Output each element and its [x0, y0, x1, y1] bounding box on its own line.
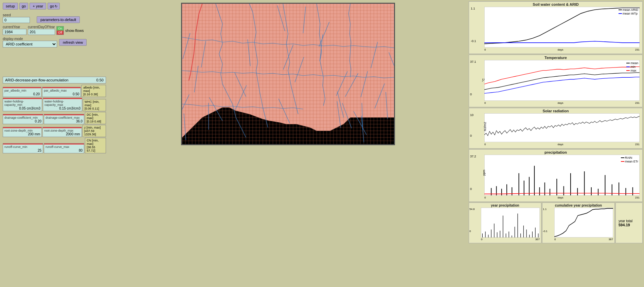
cn-max-value: 80	[46, 149, 83, 152]
solar-svg	[484, 113, 640, 142]
solar-y-max: 10	[470, 113, 473, 117]
arid-decrease-value: 0.50	[96, 78, 104, 82]
param-row-whc: water-holding-capacity_min 0.05 cm3/cm3 …	[3, 98, 106, 111]
temperature-title: Temperature	[469, 55, 642, 60]
seed-input[interactable]	[3, 17, 30, 23]
whc-range-label: WHC [min, max]	[85, 100, 104, 107]
max-legend-color	[626, 70, 630, 71]
year-precip-x-0: 0	[481, 238, 482, 241]
solar-y-label: MJ/m2	[483, 122, 487, 131]
par-albedo-max-label: par_albedo_max	[44, 89, 79, 92]
z-max-cell: root-zone-depth_max 2000 mm	[42, 127, 82, 137]
min-legend-color	[626, 66, 630, 67]
whc-min-label: water-holding-capacity_min	[4, 100, 40, 107]
precip-legend: RAIN mean ETr	[621, 156, 638, 163]
temperature-chart: Temperature 37.1 °C 0 mean	[469, 55, 643, 107]
refresh-icon: ↻	[55, 4, 57, 8]
z-min-value: 200 mm	[4, 132, 40, 136]
solar-y-min: 0	[470, 134, 472, 137]
display-mode-select[interactable]: ARID coefficient	[3, 41, 57, 47]
whc-min-cell: water-holding-capacity_min 0.05 cm3/cm3	[3, 98, 42, 111]
cum-precip-x-max: 367	[609, 238, 613, 241]
precipitation-chart: precipitation 37.2 ppm 0	[469, 149, 643, 202]
z-max-value: 2000 mm	[44, 132, 80, 136]
display-mode-row: display-mode ARID coefficient refresh vi…	[3, 37, 106, 47]
solar-title: Solar radiation	[469, 108, 642, 113]
year-precip-y-min: 0	[469, 230, 471, 233]
map-container	[181, 3, 395, 145]
cum-precip-svg	[554, 208, 613, 237]
current-day-label: currentDayOfYear	[28, 25, 55, 29]
cn-min-value: 25	[4, 149, 41, 152]
setup-button[interactable]: setup	[3, 3, 18, 9]
go2-button[interactable]: go ↻	[48, 3, 60, 9]
cum-precip-y-min: -0.1	[543, 230, 548, 233]
year-button[interactable]: + year	[30, 3, 46, 9]
arid-legend-label: mean ARID	[623, 8, 638, 12]
etr-legend-label: mean ETr	[625, 160, 638, 163]
svg-rect-2	[484, 113, 640, 142]
albedo-range-cell: albedo [min, max] [0.16 0.38]	[82, 85, 106, 97]
solar-chart: Solar radiation 10 MJ/m2 0 0 days 231	[469, 108, 643, 149]
right-panel: Soil water content & ARID 1.1 -0.1 mean …	[467, 0, 644, 287]
z-max-label: root-zone-depth_max	[44, 129, 80, 132]
precip-x-max: 231	[635, 196, 640, 199]
cum-precip-x-0: 0	[554, 238, 556, 241]
dc-min-cell: drainage-coefficient_min 0.20	[3, 114, 43, 124]
param-row-albedo: par_albedo_min 0.20 par_albedo_max 0.50 …	[3, 85, 106, 97]
temp-x-max: 231	[635, 101, 640, 104]
year-total-box: year total 594.19	[615, 203, 643, 243]
current-day-value: 201	[28, 29, 55, 35]
precip-days-label: days	[558, 196, 564, 199]
legend-wtp: mean WTp	[619, 12, 638, 15]
albedo-range-label: albedo [min, max]	[83, 86, 104, 93]
top-controls: setup go + year go ↻	[3, 3, 106, 9]
rain-legend-color	[621, 157, 624, 158]
precip-title: precipitation	[469, 150, 642, 155]
whc-max-value: 0.15 cm3/cm3	[44, 107, 80, 110]
dc-range-label: DC [min, max]	[87, 113, 104, 120]
cum-precip-title: cumulative year precipitation	[542, 203, 614, 208]
albedo-range-value: [0.16 0.38]	[83, 93, 104, 96]
cn-min-cell: runoff-curve_min 25	[3, 143, 43, 153]
legend-etr: mean ETr	[621, 160, 638, 163]
dc-max-value: 36.0	[46, 119, 83, 123]
current-year-group: currentYear 1984	[3, 25, 26, 35]
temp-y-min: 0	[470, 93, 472, 96]
show-flows-row: On Off show-flows	[56, 26, 84, 35]
whc-range-value: [0.06 0.11]	[85, 107, 104, 110]
dc-min-label: drainage-coefficient_min	[4, 116, 41, 119]
temp-days-label: days	[558, 101, 564, 104]
whc-max-label: water-holding-capacity_max	[44, 100, 80, 107]
refresh-button[interactable]: refresh view	[59, 39, 87, 46]
on-off-toggle[interactable]: On Off	[56, 26, 64, 35]
soil-water-days-label: days	[558, 48, 564, 51]
z-range-value: [437.59 1329.36]	[84, 129, 104, 136]
wtp-legend-label: mean WTp	[623, 12, 638, 15]
legend-mean: mean	[626, 61, 638, 65]
min-legend-label: min	[630, 65, 636, 69]
year-precip-y-max: 54.8	[469, 208, 475, 211]
param-row-z: root-zone-depth_min 200 mm root-zone-dep…	[3, 125, 106, 137]
svg-rect-0	[484, 7, 640, 47]
cn-min-label: runoff-curve_min	[4, 145, 41, 149]
rain-legend-label: RAIN	[625, 156, 632, 159]
dc-range-cell: DC [min, max] [0.19 0.48]	[85, 112, 106, 124]
whc-range-cell: WHC [min, max] [0.06 0.11]	[83, 99, 106, 111]
current-year-label: currentYear	[3, 25, 26, 29]
whc-max-cell: water-holding-capacity_max 0.15 cm3/cm3	[43, 98, 82, 111]
soil-water-chart: Soil water content & ARID 1.1 -0.1 mean …	[469, 1, 643, 54]
year-precip-title: year precipitation	[469, 203, 541, 208]
solar-x-max: 231	[635, 143, 640, 146]
seed-label: seed	[3, 13, 30, 17]
params-default-button[interactable]: parameters-to-default	[37, 16, 80, 23]
cn-range-cell: CN [min, max] [38.55 57.72]	[85, 138, 106, 153]
cn-range-value: [38.55 57.72]	[87, 146, 104, 152]
display-mode-group: display-mode ARID coefficient	[3, 37, 57, 47]
svg-rect-3	[484, 155, 640, 195]
current-day-group: currentDayOfYear 201	[28, 25, 55, 35]
go-button[interactable]: go	[19, 3, 28, 9]
year-precip-chart: year precipitation 54.8 0	[469, 203, 541, 243]
z-min-cell: root-zone-depth_min 200 mm	[3, 127, 42, 137]
off-label: Off	[57, 31, 64, 35]
